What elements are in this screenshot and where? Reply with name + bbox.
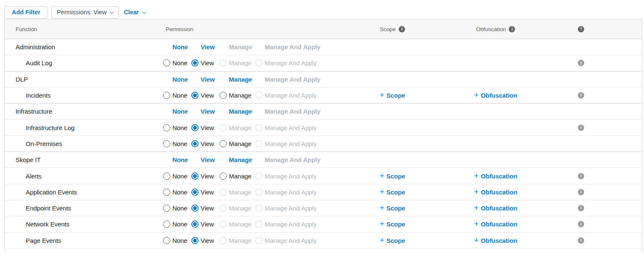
add-filter-button[interactable]: Add Filter [4,6,48,19]
radio-button-manage-and-apply [255,124,263,131]
radio-button-manage [220,59,227,66]
permission-link-view[interactable]: View [191,108,215,115]
radio-option-none[interactable]: None [163,189,187,196]
radio-button-view[interactable] [191,92,199,99]
function-label: Page Events [26,237,61,244]
radio-button-view[interactable] [191,237,199,244]
permission-cell: NoneViewManageManage And Apply [163,43,323,51]
add-scope-link[interactable]: +Scope [380,204,405,212]
permission-link-none[interactable]: None [163,156,188,163]
radio-button-none[interactable] [163,59,170,66]
permission-link-manage[interactable]: Manage [220,156,252,163]
add-obfuscation-link[interactable]: +Obfuscation [474,91,517,99]
radio-option-manage[interactable]: Manage [220,173,252,180]
plus-icon: + [474,204,479,212]
radio-option-none[interactable]: None [163,59,187,66]
permission-link-manage-and-apply: Manage And Apply [255,43,320,51]
radio-button-view[interactable] [191,59,199,66]
permission-slot: None [163,189,191,196]
plus-icon: + [474,220,479,228]
radio-option-none[interactable]: None [163,205,187,212]
radio-button-manage[interactable] [220,140,227,147]
radio-option-view[interactable]: View [191,124,214,131]
table-row: DLP NoneViewManageManage And Apply [5,71,642,87]
radio-button-view[interactable] [191,140,199,147]
radio-button-none[interactable] [163,92,170,99]
add-scope-link[interactable]: +Scope [380,172,405,180]
radio-option-none[interactable]: None [163,221,187,228]
radio-option-none[interactable]: None [163,124,187,131]
radio-option-none[interactable]: None [163,173,187,180]
radio-option-none[interactable]: None [163,92,187,99]
info-icon[interactable]: i [509,26,515,32]
add-scope-link[interactable]: +Scope [380,220,405,228]
add-obfuscation-link[interactable]: +Obfuscation [474,237,517,245]
radio-button-none[interactable] [163,140,170,147]
permission-link-none[interactable]: None [163,108,188,115]
permission-link-view[interactable]: View [191,76,215,83]
radio-button-view[interactable] [191,173,199,180]
radio-button-view[interactable] [191,189,199,196]
add-obfuscation-link[interactable]: +Obfuscation [474,172,517,180]
radio-label: Manage And Apply [265,140,317,147]
info-icon[interactable]: i [578,92,584,98]
radio-option-view[interactable]: View [191,140,214,147]
permission-link-none[interactable]: None [163,76,188,83]
radio-option-none[interactable]: None [163,140,187,147]
permission-link-view[interactable]: View [191,43,215,51]
info-icon[interactable]: i [578,221,584,227]
info-icon[interactable]: i [578,205,584,211]
add-obfuscation-link[interactable]: +Obfuscation [474,220,517,228]
radio-button-none[interactable] [163,124,170,131]
radio-button-view[interactable] [191,221,199,228]
permission-slot: Manage And Apply [255,205,323,212]
add-scope-link[interactable]: +Scope [380,237,405,245]
permission-link-manage[interactable]: Manage [220,108,252,115]
radio-button-none[interactable] [163,205,170,212]
radio-label: None [172,189,187,196]
clear-filters-link[interactable]: Clear [124,9,146,16]
radio-option-none[interactable]: None [163,237,187,244]
column-header-function: Function [5,26,163,32]
radio-button-view[interactable] [191,205,199,212]
permissions-filter-dropdown[interactable]: Permissions: View [51,6,119,19]
permission-link-manage[interactable]: Manage [220,76,252,83]
radio-option-view[interactable]: View [191,205,214,212]
radio-button-manage[interactable] [220,173,227,180]
radio-button-none[interactable] [163,173,170,180]
permission-link-view[interactable]: View [191,156,215,163]
permission-slot: Manage And Apply [255,221,323,228]
radio-option-view[interactable]: View [191,221,214,228]
function-label: Skope IT [16,156,40,163]
add-scope-link[interactable]: +Scope [380,91,405,99]
radio-option-view[interactable]: View [191,59,214,66]
scope-cell: +Scope [323,204,462,212]
radio-option-view[interactable]: View [191,189,214,196]
radio-button-none[interactable] [163,237,170,244]
info-icon[interactable]: i [578,189,584,195]
radio-button-none[interactable] [163,189,170,196]
question-icon[interactable]: ? [578,26,584,32]
radio-label: None [172,173,187,180]
add-scope-link[interactable]: +Scope [380,188,405,196]
add-obfuscation-link[interactable]: +Obfuscation [474,188,517,196]
radio-button-none[interactable] [163,221,170,228]
radio-option-manage[interactable]: Manage [220,92,252,99]
info-icon[interactable]: i [578,173,584,179]
info-icon[interactable]: i [578,60,584,66]
radio-button-view[interactable] [191,124,199,131]
radio-option-view[interactable]: View [191,92,214,99]
radio-option-view[interactable]: View [191,237,214,244]
permission-link-none[interactable]: None [163,43,188,51]
info-icon[interactable]: i [399,26,405,32]
radio-label: None [172,124,187,131]
plus-icon: + [474,236,479,244]
info-icon[interactable]: i [578,125,584,131]
column-header-obfuscation: Obfuscation i [462,26,529,32]
radio-option-manage[interactable]: Manage [220,140,252,147]
radio-button-manage[interactable] [220,92,227,99]
add-obfuscation-link[interactable]: +Obfuscation [474,204,517,212]
radio-option-view[interactable]: View [191,173,214,180]
info-icon[interactable]: i [578,237,584,244]
permission-slot: View [191,108,220,115]
